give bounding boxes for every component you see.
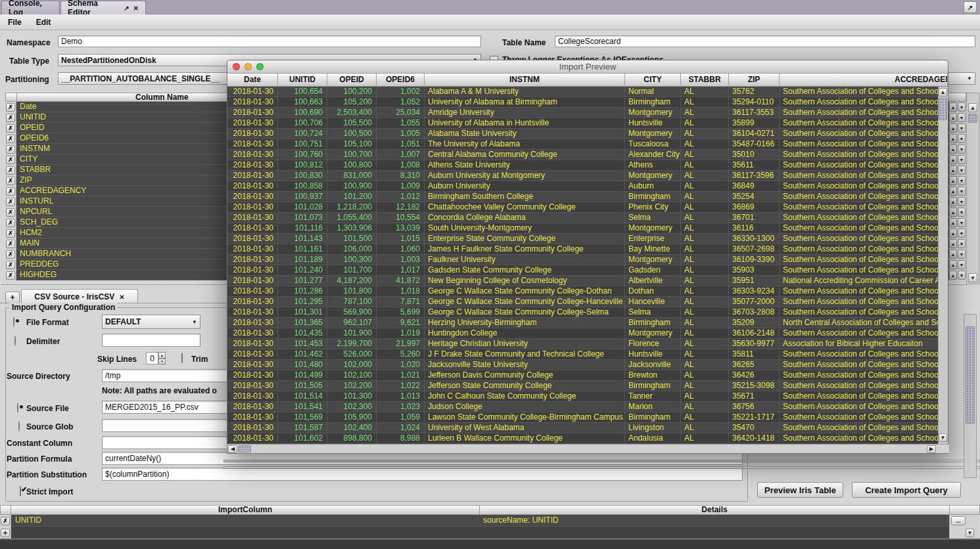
step-down-icon[interactable] (158, 359, 166, 365)
table-row[interactable]: 2018-01-30 100,830 831,000 8,310 Auburn … (227, 171, 938, 181)
move-up-button[interactable] (949, 176, 957, 185)
edit-details-button[interactable]: ... (951, 516, 966, 525)
scroll-left-button[interactable] (228, 445, 237, 453)
partition-formula-input[interactable]: currentDateNy() (102, 452, 743, 465)
move-up-button[interactable] (949, 271, 957, 280)
step-up-icon[interactable] (158, 352, 166, 359)
scroll-down-button[interactable] (968, 273, 977, 282)
table-row[interactable]: 2018-01-30 101,602 898,800 8,988 Lurleen… (227, 433, 938, 444)
table-row[interactable]: 2018-01-30 101,116 1,303,906 13,039 Sout… (227, 223, 938, 234)
remove-column-button[interactable] (6, 156, 15, 164)
scroll-up-button[interactable] (968, 103, 977, 112)
remove-column-button[interactable] (6, 114, 15, 122)
table-row[interactable]: 2018-01-30 101,499 102,100 1,021 Jeffers… (227, 370, 938, 381)
move-up-button[interactable] (949, 250, 957, 259)
table-row[interactable]: 2018-01-30 101,295 787,100 7,871 George … (227, 297, 938, 307)
remove-column-button[interactable] (6, 124, 15, 133)
table-row[interactable]: 2018-01-30 101,541 102,300 1,023 Judson … (227, 402, 938, 412)
remove-column-button[interactable] (6, 198, 15, 206)
move-up-button[interactable] (949, 113, 957, 122)
table-row[interactable]: 2018-01-30 100,760 100,700 1,007 Central… (227, 150, 938, 160)
move-up-button[interactable] (949, 144, 957, 154)
move-down-button[interactable] (958, 165, 966, 175)
add-import-column-button[interactable] (1, 529, 10, 537)
right-panel-scrollbar[interactable] (964, 314, 977, 478)
table-row[interactable]: 2018-01-30 100,690 2,503,400 25,034 Amri… (227, 108, 938, 118)
column-header[interactable]: OPEID (327, 74, 377, 86)
close-icon[interactable] (119, 292, 124, 301)
move-up-button[interactable] (949, 134, 957, 143)
remove-column-button[interactable] (6, 103, 15, 112)
table-row[interactable]: 2018-01-30 100,663 105,200 1,052 Univers… (227, 97, 938, 108)
remove-column-button[interactable] (6, 240, 15, 248)
table-row[interactable]: 2018-01-30 100,706 105,500 1,055 Univers… (227, 118, 938, 129)
table-row[interactable]: 2018-01-30 101,189 100,300 1,003 Faulkne… (227, 255, 938, 265)
table-row[interactable]: 2018-01-30 101,143 101,500 1,015 Enterpr… (227, 234, 938, 244)
float-icon[interactable] (124, 3, 129, 12)
move-up-button[interactable] (949, 208, 957, 217)
remove-column-button[interactable] (6, 271, 15, 280)
move-down-button[interactable] (958, 102, 966, 112)
remove-column-button[interactable] (6, 166, 15, 175)
table-row[interactable]: 2018-01-30 101,365 962,107 9,621 Herzing… (227, 318, 938, 328)
column-header[interactable]: ACCREDAGENCY (780, 74, 948, 86)
preview-vertical-scrollbar[interactable] (938, 87, 948, 444)
table-name-input[interactable]: CollegeScorecard (555, 35, 975, 47)
column-header[interactable]: OPEID6 (377, 74, 425, 86)
move-up-button[interactable] (949, 102, 957, 112)
menu-edit[interactable]: Edit (36, 18, 51, 27)
table-row[interactable]: 2018-01-30 100,937 101,200 1,012 Birming… (227, 192, 938, 202)
remove-column-button[interactable] (6, 261, 15, 269)
preview-iris-table-button[interactable]: Preview Iris Table (757, 482, 843, 498)
scrollbar-thumb[interactable] (968, 114, 977, 123)
scroll-right-button[interactable] (927, 445, 936, 453)
strict-import-checkbox[interactable] (20, 486, 21, 496)
partition-substitution-input[interactable]: $(columnPartition) (102, 468, 743, 481)
move-up-button[interactable] (949, 229, 957, 238)
delimiter-input[interactable] (102, 334, 200, 347)
table-row[interactable]: 2018-01-30 101,301 569,900 5,699 George … (227, 307, 938, 318)
remove-column-button[interactable] (6, 145, 15, 154)
table-row[interactable]: 2018-01-30 101,161 106,000 1,060 James H… (227, 244, 938, 255)
menu-file[interactable]: File (8, 18, 22, 27)
move-down-button[interactable] (958, 250, 966, 259)
namespace-input[interactable]: Demo (58, 35, 481, 47)
tab-console-log[interactable]: Console, Log (1, 1, 60, 14)
move-up-button[interactable] (949, 197, 957, 206)
table-row[interactable]: 2018-01-30 101,073 1,055,400 10,554 Conc… (227, 213, 938, 223)
table-row[interactable]: 2018-01-30 101,587 102,400 1,024 Univers… (227, 423, 938, 433)
table-row[interactable]: 2018-01-30 101,505 102,200 1,022 Jeffers… (227, 381, 938, 391)
dialog-titlebar[interactable]: Import Preview (227, 60, 948, 74)
move-down-button[interactable] (958, 134, 966, 143)
table-row[interactable]: 2018-01-30 100,724 100,500 1,005 Alabama… (227, 129, 938, 139)
column-header[interactable]: ZIP (729, 74, 780, 86)
float-window-button[interactable] (964, 1, 977, 13)
splitter[interactable] (223, 460, 980, 462)
scroll-up-button[interactable] (939, 88, 947, 97)
delimiter-radio[interactable] (14, 336, 16, 346)
import-table-add-row[interactable] (0, 527, 980, 538)
preview-table-header[interactable]: DateUNITIDOPEIDOPEID6INSTNMCITYSTABBRZIP… (227, 74, 948, 87)
move-down-button[interactable] (958, 229, 966, 238)
move-down-button[interactable] (958, 271, 966, 280)
table-row[interactable]: 2018-01-30 100,751 105,100 1,051 The Uni… (227, 139, 938, 150)
move-down-button[interactable] (958, 123, 966, 133)
table-row[interactable]: 2018-01-30 101,480 102,000 1,020 Jackson… (227, 360, 938, 370)
table-row[interactable]: 2018-01-30 100,812 100,800 1,008 Athens … (227, 160, 938, 171)
move-down-button[interactable] (958, 176, 966, 185)
move-down-button[interactable] (958, 144, 966, 154)
scrollbar-thumb[interactable] (939, 98, 947, 120)
remove-column-button[interactable] (6, 208, 15, 217)
splitter[interactable] (223, 466, 980, 469)
move-up-button[interactable] (949, 155, 957, 164)
add-source-tab-button[interactable]: + (5, 292, 20, 303)
move-down-button[interactable] (958, 260, 966, 269)
table-row[interactable]: 2018-01-30 101,240 101,700 1,017 Gadsden… (227, 265, 938, 276)
remove-column-button[interactable] (6, 219, 15, 227)
table-row[interactable]: 2018-01-30 101,028 1,218,200 12,182 Chat… (227, 202, 938, 213)
close-icon[interactable] (133, 3, 139, 12)
preview-horizontal-scrollbar[interactable] (227, 444, 949, 453)
skip-lines-stepper[interactable]: 0 (146, 352, 166, 364)
table-row[interactable]: 2018-01-30 101,286 101,800 1,018 George … (227, 286, 938, 297)
file-format-select[interactable]: DEFAULT (102, 315, 200, 329)
